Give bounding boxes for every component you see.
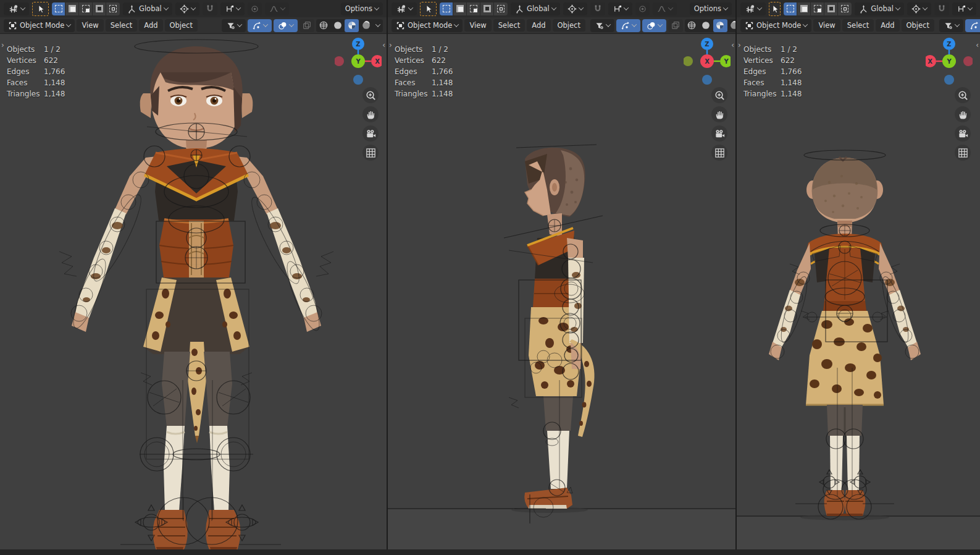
mode-dropdown[interactable]: Object Mode (740, 19, 811, 32)
proportional-editing-toggle[interactable] (248, 2, 262, 15)
select-mode-set-button[interactable] (784, 2, 797, 15)
select-mode-intersect-button[interactable] (494, 2, 508, 15)
transform-orientation-dropdown[interactable]: Global (123, 2, 172, 15)
shading-rendered-button[interactable] (359, 19, 373, 32)
toolbar-toggle-arrow[interactable]: › (1, 41, 4, 49)
camera-view-button[interactable] (362, 125, 379, 142)
select-mode-subtract-button[interactable] (467, 2, 480, 15)
gizmo-x-axis[interactable]: X (705, 58, 710, 65)
pan-button[interactable] (955, 106, 971, 122)
mode-dropdown[interactable]: Object Mode (4, 19, 75, 32)
snap-magnet-toggle[interactable] (590, 2, 605, 15)
shading-wireframe-button[interactable] (316, 19, 330, 32)
navigation-gizmo[interactable]: Z Y X (926, 36, 973, 85)
navigation-gizmo[interactable]: Z Y X (335, 36, 382, 85)
select-mode-subtract-button[interactable] (811, 2, 824, 15)
active-tool-select-box[interactable] (32, 2, 49, 16)
menu-add[interactable]: Add (139, 19, 162, 32)
gizmos-toggle[interactable] (965, 19, 980, 32)
select-mode-intersect-button[interactable] (838, 2, 852, 15)
ortho-toggle-button[interactable] (955, 145, 971, 161)
overlays-toggle[interactable] (642, 19, 666, 32)
snap-target-dropdown[interactable] (608, 2, 632, 15)
visibility-filter-dropdown[interactable] (222, 19, 246, 32)
ortho-toggle-button[interactable] (711, 145, 727, 161)
editor-type-dropdown[interactable] (4, 2, 29, 15)
snap-magnet-toggle[interactable] (203, 2, 217, 15)
snap-magnet-toggle[interactable] (934, 2, 949, 15)
toolbar-toggle-arrow[interactable]: › (738, 41, 741, 49)
select-mode-intersect-button[interactable] (106, 2, 120, 15)
mode-dropdown[interactable]: Object Mode (392, 19, 463, 32)
gizmo-z-axis[interactable]: Z (947, 41, 951, 48)
gizmo-neg-z[interactable] (702, 75, 712, 85)
viewport-canvas-front[interactable]: Objects1 / 2 Vertices622 Edges1,766 Face… (0, 34, 387, 555)
menu-select[interactable]: Select (842, 19, 874, 32)
menu-object[interactable]: Object (553, 19, 585, 32)
editor-type-dropdown[interactable] (740, 2, 766, 15)
gizmo-neg-y[interactable] (684, 56, 693, 66)
visibility-filter-dropdown[interactable] (590, 19, 614, 32)
pivot-point-dropdown[interactable] (175, 2, 199, 15)
select-mode-set-button[interactable] (440, 2, 453, 15)
gizmos-toggle[interactable] (616, 19, 640, 32)
menu-select[interactable]: Select (106, 19, 137, 32)
gizmo-y-axis[interactable]: Y (723, 58, 729, 65)
toolbar-toggle-arrow[interactable]: › (389, 41, 392, 49)
snap-target-dropdown[interactable] (220, 2, 245, 15)
pan-button[interactable] (362, 106, 379, 122)
gizmo-neg-z[interactable] (944, 75, 954, 85)
shading-solid-button[interactable] (330, 19, 345, 32)
select-mode-invert-button[interactable] (480, 2, 494, 15)
viewport-back[interactable]: Global Object Mode View Select Add Objec… (735, 0, 980, 555)
xray-toggle[interactable] (668, 19, 683, 32)
gizmo-x-axis[interactable]: X (375, 58, 380, 65)
menu-view[interactable]: View (464, 19, 491, 32)
transform-orientation-dropdown[interactable]: Global (855, 2, 904, 15)
viewport-side[interactable]: Global Options Object Mode View Select A… (387, 0, 735, 555)
gizmo-z-axis[interactable]: Z (356, 41, 360, 48)
pivot-point-dropdown[interactable] (907, 2, 931, 15)
falloff-dropdown[interactable] (653, 2, 677, 15)
proportional-editing-toggle[interactable] (635, 2, 650, 15)
pan-button[interactable] (711, 106, 727, 122)
xray-toggle[interactable] (299, 19, 314, 32)
shading-material-button[interactable] (713, 19, 727, 32)
gizmo-y-axis[interactable]: Y (946, 58, 952, 65)
select-mode-invert-button[interactable] (824, 2, 838, 15)
viewport-canvas-side[interactable]: Objects1 / 2 Vertices622 Edges1,766 Face… (388, 34, 735, 555)
zoom-button[interactable] (711, 87, 727, 103)
options-dropdown[interactable]: Options (690, 2, 732, 15)
zoom-button[interactable] (955, 87, 971, 103)
select-mode-extend-button[interactable] (65, 2, 79, 15)
active-tool-select-box[interactable] (420, 2, 437, 16)
gizmo-neg-z[interactable] (353, 75, 363, 85)
menu-add[interactable]: Add (876, 19, 899, 32)
viewport-canvas-back[interactable]: Objects1 / 2 Vertices622 Edges1,766 Face… (737, 34, 980, 555)
pivot-point-dropdown[interactable] (563, 2, 587, 15)
gizmo-y-axis[interactable]: Y (355, 58, 361, 65)
select-mode-extend-button[interactable] (453, 2, 467, 15)
camera-view-button[interactable] (955, 125, 971, 142)
active-tool-select-box[interactable] (769, 2, 781, 16)
gizmos-toggle[interactable] (248, 19, 272, 32)
editor-type-dropdown[interactable] (392, 2, 417, 15)
select-mode-subtract-button[interactable] (79, 2, 93, 15)
menu-object[interactable]: Object (165, 19, 198, 32)
gizmo-neg-x[interactable] (963, 56, 973, 66)
visibility-filter-dropdown[interactable] (939, 19, 963, 32)
shading-popover-chevron[interactable] (375, 22, 380, 27)
options-dropdown[interactable]: Options (341, 2, 383, 15)
sidebar-toggle-arrow[interactable]: ‹ (731, 41, 734, 49)
shading-rendered-button[interactable] (727, 19, 735, 32)
navigation-gizmo[interactable]: Z X Y (684, 36, 731, 85)
shading-material-button[interactable] (345, 19, 359, 32)
menu-view[interactable]: View (813, 19, 840, 32)
gizmo-z-axis[interactable]: Z (705, 41, 709, 48)
ortho-toggle-button[interactable] (362, 145, 379, 161)
falloff-dropdown[interactable] (265, 2, 289, 15)
overlays-toggle[interactable] (274, 19, 298, 32)
menu-object[interactable]: Object (902, 19, 934, 32)
viewport-front[interactable]: Global Options Object Mode View Select A… (0, 0, 387, 555)
sidebar-toggle-arrow[interactable]: ‹ (976, 41, 979, 49)
